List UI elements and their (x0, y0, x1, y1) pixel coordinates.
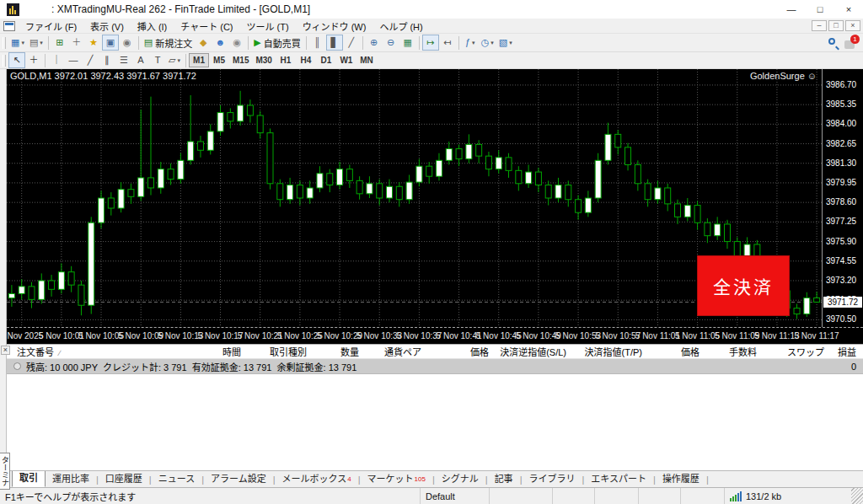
toolbar-grip[interactable] (3, 37, 6, 49)
mdi-restore-button[interactable]: □ (828, 20, 844, 31)
terminal-tab-8[interactable]: 記事 (488, 470, 520, 487)
zoom-out-button[interactable]: ⊖ (383, 35, 399, 51)
web-button[interactable]: ◉ (228, 35, 245, 51)
auto-scroll-button[interactable]: ↦ (422, 35, 439, 51)
menu-item-5[interactable]: ウィンドウ (W) (296, 18, 373, 35)
community-button[interactable]: ☻ (212, 35, 228, 51)
terminal-tab-0[interactable]: 取引 (12, 470, 46, 487)
line-chart-button[interactable]: ╱ (343, 35, 360, 51)
timeframe-m1[interactable]: M1 (189, 53, 209, 67)
menu-item-4[interactable]: ツール (T) (240, 18, 296, 35)
resize-grip[interactable] (851, 488, 863, 504)
label-tool[interactable]: T (149, 52, 166, 68)
zoom-in-button[interactable]: ⊕ (366, 35, 383, 51)
terminal-tab-9[interactable]: ライブラリ (522, 470, 582, 487)
strategy-tester-button[interactable]: ◉ (119, 35, 136, 51)
terminal-tab-5[interactable]: メールボックス4 (276, 470, 358, 487)
chart-plot-area[interactable]: GOLD,M1 3972.01 3972.43 3971.67 3971.72 … (7, 69, 822, 327)
terminal-close-icon[interactable]: × (1, 346, 10, 355)
terminal-tab-11[interactable]: 操作履歴 (656, 470, 706, 487)
column-header-10[interactable]: スワップ (762, 345, 829, 358)
terminal-side-tab[interactable]: ターミナル (0, 453, 10, 490)
search-icon[interactable] (828, 37, 839, 49)
terminal-tab-2[interactable]: 口座履歴 (99, 470, 149, 487)
autotrading-button[interactable]: ▶自動売買 (251, 35, 303, 51)
terminal-tab-4[interactable]: アラーム設定 (204, 470, 273, 487)
minimize-button[interactable]: — (777, 0, 806, 19)
column-header-8[interactable]: 価格 (647, 345, 705, 358)
close-all-button[interactable]: 全決済 (697, 255, 790, 316)
column-header-5[interactable]: 価格 (426, 345, 494, 358)
crosshair-tool[interactable]: ＋ (25, 52, 42, 68)
menu-item-6[interactable]: ヘルプ (H) (373, 18, 429, 35)
dropdown-arrow-icon[interactable]: ▾ (509, 40, 512, 46)
navigator-button[interactable]: ★ (85, 35, 102, 51)
menu-item-0[interactable]: ファイル (F) (19, 18, 83, 35)
timeframe-w1[interactable]: W1 (336, 53, 356, 67)
time-axis[interactable]: 5 Nov 20255 Nov 10:015 Nov 10:055 Nov 10… (7, 327, 863, 344)
periods-button[interactable]: ◷▾ (479, 35, 496, 51)
balance-row[interactable]: 残高: 10 000 JPY クレジット計: 3 791 有効証拠金: 13 7… (7, 359, 863, 374)
status-connection[interactable]: 131/2 kb (725, 488, 851, 504)
dropdown-arrow-icon[interactable]: ▾ (21, 40, 24, 46)
timeframe-h4[interactable]: H4 (296, 53, 316, 67)
tile-windows-button[interactable]: ▦ (399, 35, 416, 51)
bar-chart-button[interactable]: ║ (309, 35, 326, 51)
column-header-0[interactable]: 注文番号∕ (12, 345, 180, 358)
mdi-close-button[interactable]: × (845, 20, 860, 31)
timeframe-m30[interactable]: M30 (252, 53, 275, 67)
column-header-11[interactable]: 損益 (829, 345, 863, 358)
terminal-tab-7[interactable]: シグナル (435, 470, 485, 487)
fibonacci-tool[interactable]: ☰ (115, 52, 132, 68)
market-watch-button[interactable]: ⊞ (51, 35, 68, 51)
cursor-tool[interactable]: ↖ (8, 52, 25, 68)
chart-window-icon[interactable] (3, 21, 15, 31)
menu-item-2[interactable]: 挿入 (I) (131, 18, 174, 35)
menu-item-1[interactable]: 表示 (V) (83, 18, 131, 35)
toolbar-grip[interactable] (3, 55, 6, 67)
metaeditor-button[interactable]: ◆ (195, 35, 212, 51)
timeframe-h1[interactable]: H1 (276, 53, 296, 67)
new-order-button[interactable]: ▤新規注文 (142, 35, 195, 51)
trendline-tool[interactable]: ╱ (82, 52, 99, 68)
terminal-tab-10[interactable]: エキスパート (584, 470, 653, 487)
indicators-button[interactable]: ƒ▾ (462, 35, 479, 51)
terminal-tab-3[interactable]: ニュース (152, 470, 201, 487)
terminal-tab-6[interactable]: マーケット105 (361, 470, 432, 487)
shapes-tool[interactable]: ▱▾ (166, 52, 183, 68)
profiles-button[interactable]: ▤▾ (27, 35, 46, 51)
horizontal-line-tool[interactable]: — (65, 52, 82, 68)
column-header-1[interactable]: 時間 (180, 345, 246, 358)
column-header-7[interactable]: 決済指値(T/P) (571, 345, 647, 358)
timeframe-d1[interactable]: D1 (316, 53, 336, 67)
column-header-6[interactable]: 決済逆指値(S/L) (494, 345, 571, 358)
new-chart-button[interactable]: ▦▾ (8, 35, 27, 51)
dropdown-arrow-icon[interactable]: ▾ (177, 57, 180, 64)
channel-tool[interactable]: ∥ (99, 52, 115, 68)
maximize-button[interactable]: □ (806, 0, 834, 19)
vertical-line-tool[interactable]: ｜ (48, 52, 65, 68)
terminal-tab-1[interactable]: 運用比率 (46, 470, 96, 487)
menu-item-3[interactable]: チャート (C) (174, 18, 239, 35)
data-window-button[interactable]: ＋ (68, 35, 85, 51)
close-button[interactable]: × (834, 0, 863, 19)
notifications-icon[interactable]: 1 (844, 37, 858, 49)
status-profile[interactable]: Default (421, 488, 490, 504)
timeframe-m5[interactable]: M5 (209, 53, 229, 67)
timeframe-m15[interactable]: M15 (229, 53, 252, 67)
dropdown-arrow-icon[interactable]: ▾ (40, 40, 43, 46)
dropdown-arrow-icon[interactable]: ▾ (472, 40, 475, 46)
terminal-button[interactable]: ▣ (102, 35, 119, 51)
templates-button[interactable]: ▧▾ (496, 35, 515, 51)
chart-shift-button[interactable]: ↤ (439, 35, 456, 51)
price-axis[interactable]: 3986.703985.353984.003982.653981.303979.… (822, 69, 863, 327)
column-header-3[interactable]: 数量 (312, 345, 364, 358)
timeframe-mn[interactable]: MN (356, 53, 377, 67)
text-tool[interactable]: A (132, 52, 149, 68)
dropdown-arrow-icon[interactable]: ▾ (490, 40, 494, 46)
column-header-2[interactable]: 取引種別 (246, 345, 312, 358)
candlestick-button[interactable]: ▋ (326, 35, 343, 51)
column-header-4[interactable]: 通貨ペア (364, 345, 426, 358)
mdi-minimize-button[interactable]: – (812, 20, 827, 31)
column-header-9[interactable]: 手数料 (705, 345, 762, 358)
